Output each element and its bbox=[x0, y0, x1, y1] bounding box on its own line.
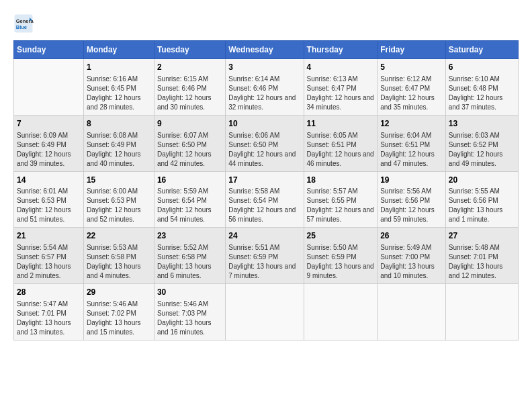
cell-week2-day3: 9Sunrise: 6:07 AMSunset: 6:50 PMDaylight… bbox=[154, 115, 225, 171]
svg-text:General: General bbox=[16, 18, 34, 24]
cell-week1-day5: 4Sunrise: 6:13 AMSunset: 6:47 PMDaylight… bbox=[304, 59, 378, 116]
cell-week3-day3: 16Sunrise: 5:59 AMSunset: 6:54 PMDayligh… bbox=[154, 171, 225, 228]
cell-week1-day3: 2Sunrise: 6:15 AMSunset: 6:46 PMDaylight… bbox=[154, 59, 225, 116]
day-info: Sunrise: 5:48 AMSunset: 7:01 PMDaylight:… bbox=[449, 243, 515, 281]
cell-week2-day1: 7Sunrise: 6:09 AMSunset: 6:49 PMDaylight… bbox=[14, 115, 84, 171]
cell-week5-day6 bbox=[378, 284, 446, 340]
cell-week4-day3: 23Sunrise: 5:52 AMSunset: 6:58 PMDayligh… bbox=[154, 228, 225, 284]
day-number: 24 bbox=[228, 230, 300, 242]
cell-week5-day7 bbox=[445, 284, 518, 340]
day-info: Sunrise: 5:59 AMSunset: 6:54 PMDaylight:… bbox=[157, 187, 222, 224]
day-number: 11 bbox=[307, 118, 375, 130]
cell-week5-day2: 29Sunrise: 5:46 AMSunset: 7:02 PMDayligh… bbox=[83, 284, 154, 340]
cell-week5-day3: 30Sunrise: 5:46 AMSunset: 7:03 PMDayligh… bbox=[154, 284, 225, 340]
week-row-1: 1Sunrise: 6:16 AMSunset: 6:45 PMDaylight… bbox=[14, 59, 519, 116]
cell-week4-day2: 22Sunrise: 5:53 AMSunset: 6:58 PMDayligh… bbox=[83, 228, 154, 284]
day-info: Sunrise: 5:56 AMSunset: 6:56 PMDaylight:… bbox=[380, 187, 443, 224]
day-number: 8 bbox=[87, 118, 151, 130]
header-sunday: Sunday bbox=[14, 41, 84, 59]
day-number: 3 bbox=[228, 62, 300, 73]
day-number: 22 bbox=[87, 230, 151, 242]
day-info: Sunrise: 5:58 AMSunset: 6:54 PMDaylight:… bbox=[228, 187, 300, 224]
day-number: 15 bbox=[87, 175, 151, 186]
cell-week1-day7: 6Sunrise: 6:10 AMSunset: 6:48 PMDaylight… bbox=[445, 59, 518, 116]
cell-week3-day4: 17Sunrise: 5:58 AMSunset: 6:54 PMDayligh… bbox=[226, 171, 304, 228]
cell-week4-day1: 21Sunrise: 5:54 AMSunset: 6:57 PMDayligh… bbox=[14, 228, 84, 284]
day-info: Sunrise: 5:51 AMSunset: 6:59 PMDaylight:… bbox=[228, 243, 300, 281]
logo-icon: General Blue bbox=[13, 13, 34, 34]
cell-week4-day6: 26Sunrise: 5:49 AMSunset: 7:00 PMDayligh… bbox=[378, 228, 446, 284]
day-info: Sunrise: 5:55 AMSunset: 6:56 PMDaylight:… bbox=[449, 187, 515, 224]
week-row-2: 7Sunrise: 6:09 AMSunset: 6:49 PMDaylight… bbox=[14, 115, 519, 171]
day-number: 23 bbox=[157, 230, 222, 242]
cell-week2-day6: 12Sunrise: 6:04 AMSunset: 6:51 PMDayligh… bbox=[378, 115, 446, 171]
day-info: Sunrise: 5:49 AMSunset: 7:00 PMDaylight:… bbox=[380, 243, 443, 281]
cell-week1-day4: 3Sunrise: 6:14 AMSunset: 6:46 PMDaylight… bbox=[226, 59, 304, 116]
svg-text:Blue: Blue bbox=[16, 24, 27, 30]
day-info: Sunrise: 6:12 AMSunset: 6:47 PMDaylight:… bbox=[380, 75, 443, 112]
calendar-table: SundayMondayTuesdayWednesdayThursdayFrid… bbox=[13, 40, 519, 340]
header-friday: Friday bbox=[378, 41, 446, 59]
week-row-5: 28Sunrise: 5:47 AMSunset: 7:01 PMDayligh… bbox=[14, 284, 519, 340]
logo: General Blue bbox=[13, 13, 36, 34]
cell-week4-day7: 27Sunrise: 5:48 AMSunset: 7:01 PMDayligh… bbox=[445, 228, 518, 284]
header-wednesday: Wednesday bbox=[226, 41, 304, 59]
day-number: 7 bbox=[17, 118, 81, 130]
cell-week2-day7: 13Sunrise: 6:03 AMSunset: 6:52 PMDayligh… bbox=[445, 115, 518, 171]
week-row-4: 21Sunrise: 5:54 AMSunset: 6:57 PMDayligh… bbox=[14, 228, 519, 284]
day-info: Sunrise: 6:07 AMSunset: 6:50 PMDaylight:… bbox=[157, 131, 222, 169]
cell-week3-day6: 19Sunrise: 5:56 AMSunset: 6:56 PMDayligh… bbox=[378, 171, 446, 228]
day-info: Sunrise: 6:14 AMSunset: 6:46 PMDaylight:… bbox=[228, 75, 300, 112]
cell-week3-day7: 20Sunrise: 5:55 AMSunset: 6:56 PMDayligh… bbox=[445, 171, 518, 228]
cell-week2-day5: 11Sunrise: 6:05 AMSunset: 6:51 PMDayligh… bbox=[304, 115, 378, 171]
day-info: Sunrise: 6:06 AMSunset: 6:50 PMDaylight:… bbox=[228, 131, 300, 169]
cell-week4-day4: 24Sunrise: 5:51 AMSunset: 6:59 PMDayligh… bbox=[226, 228, 304, 284]
week-row-3: 14Sunrise: 6:01 AMSunset: 6:53 PMDayligh… bbox=[14, 171, 519, 228]
header-thursday: Thursday bbox=[304, 41, 378, 59]
day-info: Sunrise: 5:47 AMSunset: 7:01 PMDaylight:… bbox=[17, 300, 81, 337]
day-number: 14 bbox=[17, 175, 81, 186]
day-info: Sunrise: 6:03 AMSunset: 6:52 PMDaylight:… bbox=[449, 131, 515, 169]
day-number: 13 bbox=[449, 118, 515, 130]
day-info: Sunrise: 6:01 AMSunset: 6:53 PMDaylight:… bbox=[17, 187, 81, 224]
day-number: 5 bbox=[380, 62, 443, 73]
cell-week2-day2: 8Sunrise: 6:08 AMSunset: 6:49 PMDaylight… bbox=[83, 115, 154, 171]
day-info: Sunrise: 5:57 AMSunset: 6:55 PMDaylight:… bbox=[307, 187, 375, 224]
cell-week1-day2: 1Sunrise: 6:16 AMSunset: 6:45 PMDaylight… bbox=[83, 59, 154, 116]
cell-week5-day1: 28Sunrise: 5:47 AMSunset: 7:01 PMDayligh… bbox=[14, 284, 84, 340]
day-number: 12 bbox=[380, 118, 443, 130]
day-info: Sunrise: 6:15 AMSunset: 6:46 PMDaylight:… bbox=[157, 75, 222, 112]
day-number: 2 bbox=[157, 62, 222, 73]
day-number: 21 bbox=[17, 230, 81, 242]
cell-week5-day4 bbox=[226, 284, 304, 340]
day-info: Sunrise: 6:16 AMSunset: 6:45 PMDaylight:… bbox=[87, 75, 151, 112]
cell-week5-day5 bbox=[304, 284, 378, 340]
header-monday: Monday bbox=[83, 41, 154, 59]
cell-week1-day6: 5Sunrise: 6:12 AMSunset: 6:47 PMDaylight… bbox=[378, 59, 446, 116]
day-number: 25 bbox=[307, 230, 375, 242]
day-info: Sunrise: 6:04 AMSunset: 6:51 PMDaylight:… bbox=[380, 131, 443, 169]
calendar-header-row: SundayMondayTuesdayWednesdayThursdayFrid… bbox=[14, 41, 519, 59]
day-info: Sunrise: 5:52 AMSunset: 6:58 PMDaylight:… bbox=[157, 243, 222, 281]
header: General Blue bbox=[13, 13, 519, 34]
day-number: 16 bbox=[157, 175, 222, 186]
day-number: 4 bbox=[307, 62, 375, 73]
day-info: Sunrise: 5:46 AMSunset: 7:02 PMDaylight:… bbox=[87, 300, 151, 337]
day-number: 30 bbox=[157, 287, 222, 298]
day-info: Sunrise: 5:53 AMSunset: 6:58 PMDaylight:… bbox=[87, 243, 151, 281]
day-number: 28 bbox=[17, 287, 81, 298]
day-number: 18 bbox=[307, 175, 375, 186]
day-info: Sunrise: 6:00 AMSunset: 6:53 PMDaylight:… bbox=[87, 187, 151, 224]
cell-week1-day1 bbox=[14, 59, 84, 116]
day-info: Sunrise: 6:10 AMSunset: 6:48 PMDaylight:… bbox=[449, 75, 515, 112]
day-number: 26 bbox=[380, 230, 443, 242]
day-info: Sunrise: 5:46 AMSunset: 7:03 PMDaylight:… bbox=[157, 300, 222, 337]
cell-week3-day1: 14Sunrise: 6:01 AMSunset: 6:53 PMDayligh… bbox=[14, 171, 84, 228]
day-number: 27 bbox=[449, 230, 515, 242]
day-number: 9 bbox=[157, 118, 222, 130]
day-info: Sunrise: 6:09 AMSunset: 6:49 PMDaylight:… bbox=[17, 131, 81, 169]
day-info: Sunrise: 6:13 AMSunset: 6:47 PMDaylight:… bbox=[307, 75, 375, 112]
cell-week2-day4: 10Sunrise: 6:06 AMSunset: 6:50 PMDayligh… bbox=[226, 115, 304, 171]
header-saturday: Saturday bbox=[445, 41, 518, 59]
cell-week3-day2: 15Sunrise: 6:00 AMSunset: 6:53 PMDayligh… bbox=[83, 171, 154, 228]
